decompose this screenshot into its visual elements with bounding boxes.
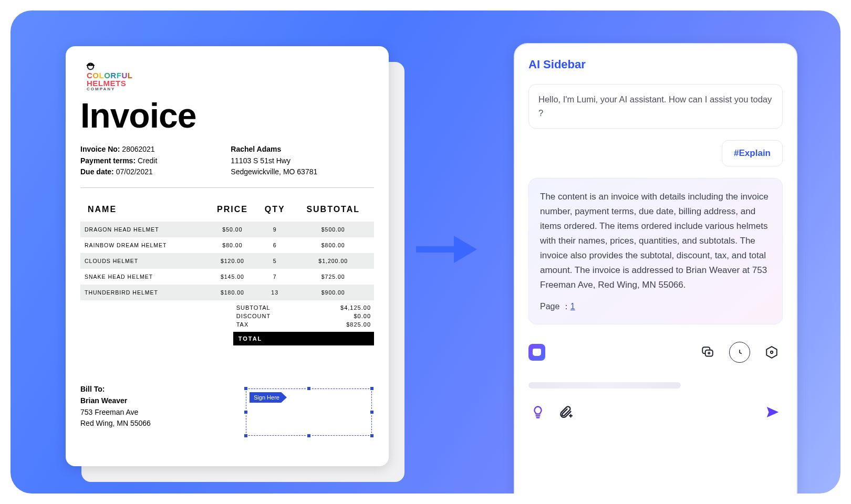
history-icon[interactable] bbox=[729, 342, 750, 363]
input-skeleton bbox=[528, 382, 681, 388]
settings-hex-icon[interactable] bbox=[761, 341, 783, 363]
arrow-icon bbox=[415, 228, 478, 270]
explain-chip[interactable]: #Explain bbox=[722, 140, 783, 166]
ai-badge-icon[interactable] bbox=[528, 344, 545, 361]
table-row: RAINBOW DREAM HELMET$80.006$800.00 bbox=[80, 237, 374, 253]
invoice-document: ⛑ COLORFUL HELMETS COMPANY Invoice Invoi… bbox=[66, 46, 389, 466]
assistant-greeting: Hello, I'm Lumi, your AI assistant. How … bbox=[528, 84, 783, 129]
bill-from: Rachel Adams 11103 S 51st Hwy Sedgewickv… bbox=[231, 144, 317, 178]
table-row: CLOUDS HELMET$120.005$1,200.00 bbox=[80, 253, 374, 269]
invoice-title: Invoice bbox=[80, 96, 374, 135]
table-row: DRAGON HEAD HELMET$50.009$500.00 bbox=[80, 222, 374, 237]
app-canvas: ⛑ COLORFUL HELMETS COMPANY Invoice Invoi… bbox=[11, 10, 840, 494]
hint-icon[interactable] bbox=[531, 405, 545, 422]
table-row: THUNDERBIRD HELMET$180.0013$900.00 bbox=[80, 285, 374, 300]
signature-field[interactable]: Sign Here bbox=[246, 388, 372, 436]
copy-chat-icon[interactable] bbox=[697, 341, 719, 363]
ai-sidebar: AI Sidebar Hello, I'm Lumi, your AI assi… bbox=[514, 43, 797, 494]
svg-marker-4 bbox=[766, 346, 777, 358]
sign-here-tag: Sign Here bbox=[250, 392, 287, 403]
totals: SUBTOTAL$4,125.00 DISCOUNT$0.00 TAX$825.… bbox=[233, 303, 374, 345]
invoice-meta: Invoice No: 28062021 Payment terms: Cred… bbox=[80, 144, 157, 178]
assistant-response: The content is an invoice with details i… bbox=[528, 178, 783, 324]
page-link[interactable]: 1 bbox=[570, 302, 575, 311]
line-items-table: NAME PRICE QTY SUBTOTAL DRAGON HEAD HELM… bbox=[80, 202, 374, 300]
sidebar-title: AI Sidebar bbox=[528, 58, 783, 71]
attach-icon[interactable] bbox=[558, 405, 573, 422]
bill-to: Bill To: Brian Weaver 753 Freeman Ave Re… bbox=[80, 384, 151, 429]
company-logo: ⛑ COLORFUL HELMETS COMPANY bbox=[87, 62, 374, 91]
send-button[interactable] bbox=[765, 404, 781, 422]
svg-point-5 bbox=[771, 351, 773, 353]
table-row: SNAKE HEAD HELMET$145.007$725.00 bbox=[80, 269, 374, 285]
